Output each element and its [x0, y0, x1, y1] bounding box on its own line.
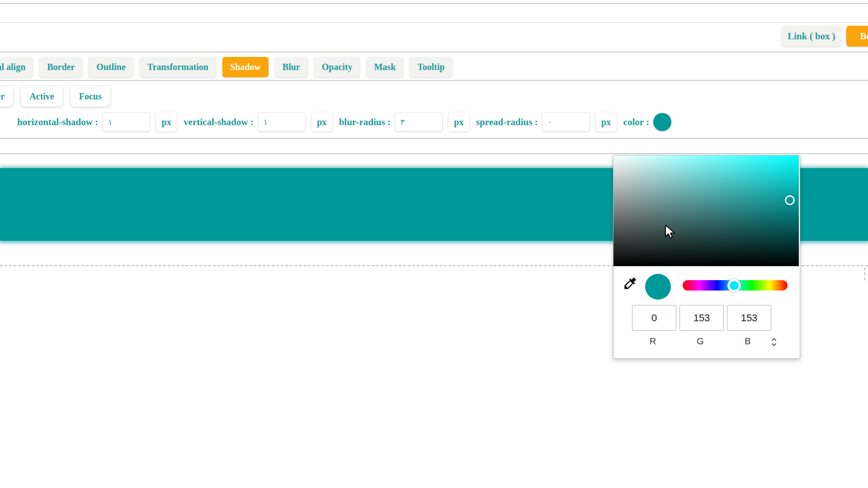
- red-channel-label: R: [632, 336, 674, 347]
- horizontal-shadow-label: horizontal-shadow :: [17, 117, 98, 128]
- green-value-input[interactable]: [679, 305, 724, 331]
- state-focus-button[interactable]: Focus: [71, 86, 110, 107]
- tab-vertical-align[interactable]: Vertical align: [0, 57, 33, 77]
- spread-radius-input[interactable]: [542, 113, 590, 131]
- shadow-color-swatch[interactable]: [653, 113, 671, 131]
- green-channel-label: G: [679, 336, 721, 347]
- tab-outline[interactable]: Outline: [89, 57, 133, 77]
- blue-channel-label: B: [727, 336, 769, 347]
- tab-transformation[interactable]: Transformation: [140, 57, 216, 77]
- page: Link ( box ) Box Vertical align Border O…: [0, 0, 868, 488]
- vertical-shadow-unit: px: [311, 113, 332, 131]
- tab-opacity[interactable]: Opacity: [314, 57, 360, 77]
- tab-shadow[interactable]: Shadow: [222, 57, 269, 77]
- divider-header: [0, 22, 868, 23]
- tab-bar: Vertical align Border Outline Transforma…: [0, 57, 453, 77]
- red-value-input[interactable]: [632, 305, 676, 331]
- shadow-controls-row: horizontal-shadow : px vertical-shadow :…: [17, 113, 671, 131]
- vertical-shadow-input[interactable]: [258, 113, 306, 131]
- tab-blur[interactable]: Blur: [275, 57, 308, 77]
- color-format-toggle-icon[interactable]: [770, 337, 778, 347]
- hue-slider-thumb[interactable]: [727, 279, 741, 292]
- tab-border[interactable]: Border: [39, 57, 82, 77]
- divider-above-tabs: [0, 52, 868, 52]
- dashed-divider-right-edge: [864, 267, 865, 280]
- box-button[interactable]: Box: [846, 26, 868, 47]
- blur-radius-label: blur-radius :: [339, 117, 391, 128]
- blur-radius-unit: px: [448, 113, 469, 131]
- saturation-knob-icon[interactable]: [785, 195, 795, 205]
- link-box-button[interactable]: Link ( box ): [782, 26, 841, 47]
- divider-body-top: [0, 153, 868, 154]
- hue-slider[interactable]: [683, 280, 788, 291]
- current-color-swatch: [645, 274, 671, 300]
- blur-radius-input[interactable]: [395, 113, 443, 131]
- horizontal-shadow-input[interactable]: [102, 113, 150, 131]
- divider-top: [0, 3, 868, 4]
- state-active-button[interactable]: Active: [21, 86, 62, 107]
- state-hover-button[interactable]: Hover: [0, 86, 13, 107]
- divider-below-controls: [0, 138, 868, 139]
- blue-value-input[interactable]: [727, 305, 771, 331]
- horizontal-shadow-unit: px: [156, 113, 177, 131]
- spread-radius-label: spread-radius :: [476, 117, 538, 128]
- color-picker-panel: R G B: [613, 155, 800, 359]
- tab-tooltip[interactable]: Tooltip: [410, 57, 452, 77]
- vertical-shadow-label: vertical-shadow :: [184, 117, 254, 128]
- color-label: color :: [623, 117, 649, 128]
- eyedropper-icon[interactable]: [623, 276, 638, 291]
- divider-below-tabs: [0, 80, 868, 81]
- spread-radius-unit: px: [596, 113, 617, 131]
- tab-mask[interactable]: Mask: [366, 57, 403, 77]
- saturation-value-area[interactable]: [613, 155, 799, 266]
- state-button-bar: Hover Active Focus: [0, 86, 110, 107]
